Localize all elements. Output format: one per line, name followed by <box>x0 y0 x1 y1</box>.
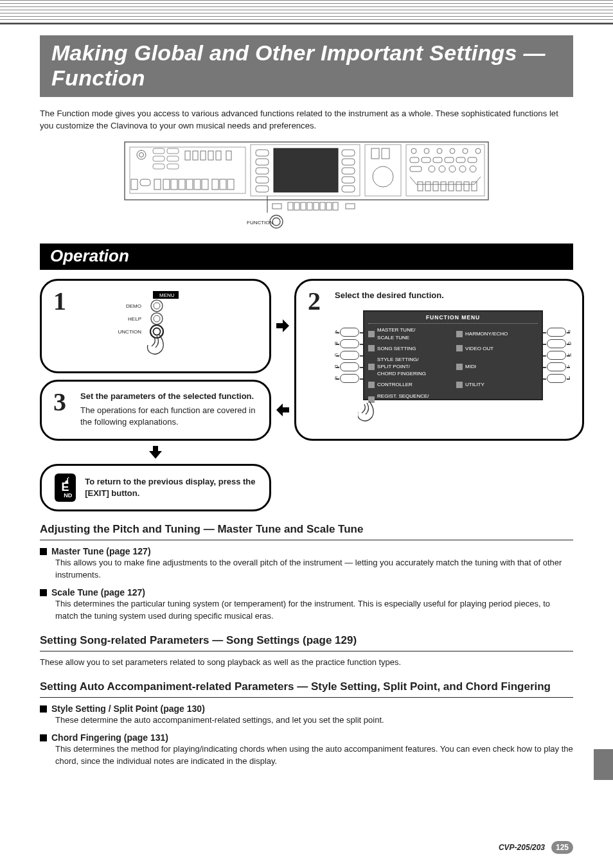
svg-rect-25 <box>212 179 218 190</box>
svg-rect-10 <box>185 151 190 160</box>
side-button[interactable] <box>340 328 359 337</box>
function-menu-screen-row: A B C D E FUNCTION MENU MASTER TUNE/ SCA… <box>335 310 572 400</box>
end-panel: E ND To return to the previous display, … <box>40 464 271 511</box>
svg-rect-78 <box>326 202 332 210</box>
menu-item[interactable]: CONTROLLER <box>368 381 450 388</box>
svg-rect-51 <box>410 157 419 163</box>
svg-rect-42 <box>371 148 379 159</box>
step-3-body: Set the parameters of the selected funct… <box>80 391 259 429</box>
svg-rect-80 <box>346 204 355 209</box>
side-index-tab <box>594 749 613 780</box>
svg-rect-67 <box>449 182 454 191</box>
function-menu-screen: FUNCTION MENU MASTER TUNE/ SCALE TUNE HA… <box>363 310 543 400</box>
svg-point-89 <box>151 313 163 324</box>
step-2-panel: 2 Select the desired function. A B C D E <box>294 279 584 440</box>
operation-steps: 1 MENU DEMO HELP FUNCTION <box>40 279 573 440</box>
subsection: Scale Tune (page 127) This determines th… <box>40 587 573 623</box>
svg-rect-40 <box>365 145 401 196</box>
arrow-right-1 <box>274 279 292 373</box>
svg-rect-4 <box>153 148 164 154</box>
side-button[interactable] <box>547 374 566 383</box>
side-button[interactable] <box>340 362 359 371</box>
svg-rect-33 <box>256 186 269 192</box>
svg-rect-63 <box>418 182 423 191</box>
svg-rect-17 <box>140 179 150 186</box>
svg-point-86 <box>151 300 163 312</box>
utility-icon <box>456 382 463 388</box>
svg-point-49 <box>463 148 468 154</box>
svg-rect-8 <box>153 164 164 169</box>
svg-rect-13 <box>208 151 213 160</box>
menu-item[interactable]: UTILITY <box>456 381 538 388</box>
chapter-title: Making Global and Other Important Settin… <box>51 40 562 91</box>
svg-point-46 <box>424 148 429 154</box>
step-3-title: Set the parameters of the selected funct… <box>80 391 259 402</box>
step-2-title: Select the desired function. <box>335 290 572 301</box>
svg-point-3 <box>139 153 144 157</box>
menu-item[interactable]: MIDI <box>456 356 538 378</box>
svg-rect-39 <box>274 148 338 192</box>
page-footer: CVP-205/203 125 <box>499 841 573 854</box>
svg-rect-75 <box>307 202 312 210</box>
svg-rect-12 <box>200 151 206 160</box>
svg-point-2 <box>137 150 146 159</box>
end-icon: E ND <box>55 474 76 502</box>
section-body: These allow you to set parameters relate… <box>40 657 573 669</box>
svg-point-82 <box>272 218 280 226</box>
svg-rect-74 <box>301 202 306 210</box>
menu-item[interactable]: SONG SETTING <box>368 345 450 352</box>
svg-rect-52 <box>422 157 431 163</box>
arrow-down-wrap <box>40 445 271 460</box>
svg-rect-64 <box>425 182 431 191</box>
arrow-down-icon <box>147 445 164 460</box>
page-number-badge: 125 <box>551 841 573 854</box>
svg-rect-16 <box>131 179 138 190</box>
menu-item[interactable]: VIDEO OUT <box>456 345 538 352</box>
instrument-diagram: FUNCTION <box>40 141 573 231</box>
subsection-body: This determines the particular tuning sy… <box>55 598 573 623</box>
menu-item[interactable]: MASTER TUNE/ SCALE TUNE <box>368 326 450 341</box>
svg-point-45 <box>411 148 416 154</box>
svg-rect-71 <box>272 204 281 209</box>
step-1-body: MENU DEMO HELP FUNCTION <box>80 290 259 360</box>
svg-rect-26 <box>220 179 226 190</box>
subsection-body: These determine the auto accompaniment-r… <box>55 714 573 727</box>
svg-rect-1 <box>130 147 245 193</box>
svg-text:HELP: HELP <box>128 316 141 322</box>
svg-point-41 <box>373 166 393 187</box>
side-button[interactable] <box>547 351 566 360</box>
svg-rect-11 <box>193 151 198 160</box>
side-button[interactable] <box>340 374 359 383</box>
page-content: Making Global and Other Important Settin… <box>0 0 613 768</box>
subsection-label: Scale Tune (page 127) <box>51 587 145 598</box>
keyboard-panel-illustration: FUNCTION <box>123 141 490 231</box>
svg-rect-72 <box>288 202 293 210</box>
side-button[interactable] <box>547 328 566 337</box>
side-button[interactable] <box>340 351 359 360</box>
svg-rect-6 <box>153 156 164 161</box>
svg-rect-65 <box>433 182 438 191</box>
side-button[interactable] <box>547 362 566 371</box>
step-3-number: 3 <box>53 387 66 417</box>
bullet-square-icon <box>40 548 47 555</box>
side-button[interactable] <box>547 339 566 348</box>
svg-rect-5 <box>167 148 179 154</box>
menu-item[interactable]: STYLE SETTING/ SPLIT POINT/ CHORD FINGER… <box>368 356 450 378</box>
svg-rect-35 <box>342 159 355 165</box>
svg-rect-14 <box>216 151 221 160</box>
step-3-text: The operations for each function are cov… <box>80 405 259 428</box>
svg-rect-37 <box>342 177 355 183</box>
svg-rect-53 <box>433 157 442 163</box>
step-1-number: 1 <box>53 286 66 316</box>
rule <box>40 540 573 541</box>
svg-rect-23 <box>194 179 200 190</box>
arrow-right-icon <box>275 317 290 335</box>
screen-title: FUNCTION MENU <box>368 314 538 324</box>
menu-buttons-illustration: MENU DEMO HELP FUNCTION <box>118 290 221 360</box>
model-label: CVP-205/203 <box>499 843 545 852</box>
menu-item[interactable]: HARMONY/ECHO <box>456 326 538 341</box>
midi-icon <box>456 364 463 370</box>
svg-rect-68 <box>456 182 461 191</box>
controller-icon <box>368 382 375 388</box>
side-button[interactable] <box>340 339 359 348</box>
